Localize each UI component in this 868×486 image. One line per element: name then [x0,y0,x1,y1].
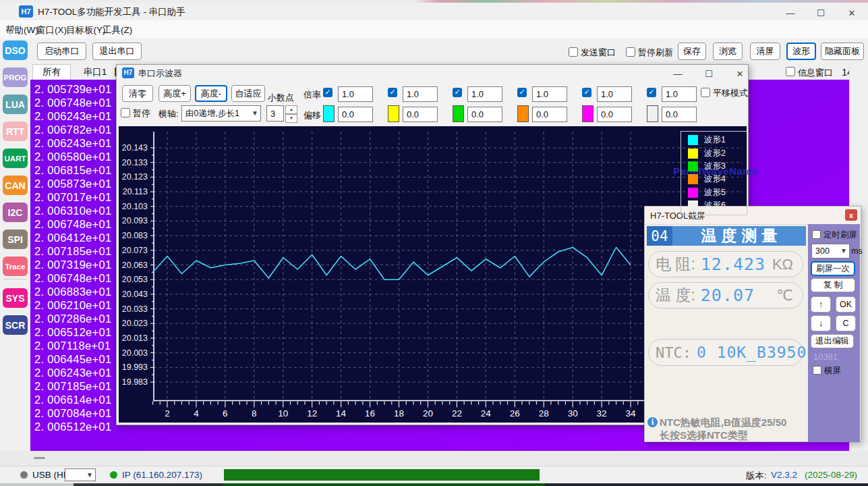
channel-2-offset-input[interactable]: 0.0 [403,107,438,122]
channel-6-enable-checkbox[interactable] [647,88,656,97]
spin-up-icon[interactable]: ▲ [285,105,297,114]
svg-text:20.123: 20.123 [122,172,148,182]
sidebar-item-sys[interactable]: SYS [3,288,28,308]
send-window-checkbox[interactable] [569,47,578,57]
taskbar-edge [0,483,868,486]
pause-refresh-checkbox[interactable] [626,47,635,57]
channel-1-scale-input[interactable]: 1.0 [338,86,373,102]
down-button[interactable]: ↓ [811,315,831,331]
timer-refresh-checkbox[interactable] [812,230,821,239]
svg-text:18: 18 [394,408,404,418]
menu-item-2[interactable]: 窗口(X) [36,24,67,36]
scope-close-button[interactable]: ✕ [728,65,751,82]
svg-text:26: 26 [510,408,520,418]
sidebar-item-i2c[interactable]: I2C [3,202,28,222]
minimize-button[interactable]: — [779,5,802,21]
c-button[interactable]: C [836,315,856,331]
sidebar-item-rtt[interactable]: RTT [3,122,28,141]
channel-2-color-swatch[interactable] [388,105,399,122]
channel-5-scale-input[interactable]: 1.0 [597,86,632,102]
shot-titlebar[interactable]: H7-TOOL截屏 x [645,207,861,225]
up-button[interactable]: ↑ [811,296,831,313]
channel-6-color-swatch[interactable] [647,105,658,122]
channel-1-offset-input[interactable]: 0.0 [338,107,373,122]
channel-5-enable-checkbox[interactable] [582,88,591,97]
waveform-button[interactable]: 波形 [786,43,816,60]
resistance-unit: KΩ [772,256,793,273]
channel-2-scale-input[interactable]: 1.0 [403,86,438,102]
svg-text:20.093: 20.093 [122,216,148,225]
svg-text:8: 8 [252,408,257,418]
channel-1-color-swatch[interactable] [323,105,335,122]
channel-4-scale-input[interactable]: 1.0 [532,86,567,102]
save-button[interactable]: 保存 [678,43,706,60]
landscape-checkbox[interactable] [813,366,821,375]
menu-item-1[interactable]: 帮助(W) [5,24,38,36]
channel-1-enable-checkbox[interactable] [323,88,332,97]
scope-height-plus-button[interactable]: 高度+ [158,85,191,102]
copy-button[interactable]: 复 制 [811,278,855,292]
maximize-button[interactable]: ☐ [809,5,832,21]
ok-button[interactable]: OK [836,296,856,313]
svg-text:34: 34 [626,408,637,418]
channel-3-color-swatch[interactable] [453,105,464,122]
svg-text:2: 2 [165,408,170,418]
scope-clear-zero-button[interactable]: 清零 [122,85,153,102]
legend-label-2: 波形2 [704,148,726,159]
start-serial-button[interactable]: 启动串口 [37,43,86,60]
channel-6-scale-input[interactable]: 1.0 [662,86,697,102]
ntc-value: 0 10K_B3950 [697,344,807,361]
channel-2-enable-checkbox[interactable] [388,88,397,97]
tab-all[interactable]: 所有 [32,64,71,80]
sidebar-item-spi[interactable]: SPI [3,230,28,249]
info-window-checkbox[interactable] [786,67,795,76]
scope-auto-fit-button[interactable]: 自适应 [231,85,265,102]
scope-minimize-button[interactable]: — [666,65,689,82]
scope-titlebar[interactable]: H7 串口示波器 — ☐ ✕ [117,65,748,82]
scope-height-minus-button[interactable]: 高度- [195,85,227,102]
offset-label: 偏移 [303,109,321,122]
svg-text:28: 28 [539,408,549,418]
clear-screen-button[interactable]: 清屏 [750,43,780,60]
sidebar-item-lua[interactable]: LUA [3,94,28,114]
sidebar-item-scr[interactable]: SCR [3,315,28,335]
decimal-input[interactable]: 3 [266,105,284,122]
channel-4-offset-input[interactable]: 0.0 [532,107,567,122]
temperature-value: 20.07 [701,286,755,305]
sidebar-item-trace[interactable]: Trace [3,256,28,276]
channel-4-enable-checkbox[interactable] [517,88,527,97]
channel-4-color-swatch[interactable] [517,105,529,122]
pan-mode-checkbox[interactable] [701,88,710,97]
scope-maximize-button[interactable]: ☐ [697,65,720,82]
menu-item-3[interactable]: 目标板(Y) [66,24,106,36]
channel-5-offset-input[interactable]: 0.0 [597,107,632,122]
spin-down-icon[interactable]: ▼ [285,114,297,123]
sidebar-item-dso[interactable]: DSO [3,40,28,60]
refresh-once-button[interactable]: 刷屏一次 [811,261,855,276]
splitter[interactable] [0,451,868,466]
channel-3-scale-input[interactable]: 1.0 [467,86,502,102]
svg-text:20.043: 20.043 [122,290,148,299]
splitter-handle-icon[interactable] [34,457,45,459]
menu-item-4[interactable]: 工具(Z) [103,24,132,36]
sidebar-item-prog[interactable]: PROG [3,68,28,87]
pan-mode-label: 平移模式 [713,87,748,99]
browse-button[interactable]: 浏览 [713,43,743,60]
hide-panel-button[interactable]: 隐藏面板 [821,43,864,60]
close-button[interactable]: ✕ [840,5,863,21]
channel-3-offset-input[interactable]: 0.0 [467,107,502,122]
exit-serial-button[interactable]: 退出串口 [92,43,142,60]
measure-title: 温度测量 [672,226,806,246]
exit-edit-button[interactable]: 退出编辑 [811,334,854,348]
sidebar-item-can[interactable]: CAN [3,176,28,195]
haxis-combo[interactable]: 由0递增,步长1 ▼ [181,105,261,122]
shot-close-button[interactable]: x [845,209,857,221]
sidebar-item-uart[interactable]: UART [3,148,28,168]
statusbar-combo[interactable]: ▼ [65,468,96,481]
channel-3-enable-checkbox[interactable] [453,88,462,97]
channel-5-color-swatch[interactable] [582,105,594,122]
channel-6-offset-input[interactable]: 0.0 [662,107,697,122]
legend-swatch-6 [688,200,698,211]
interval-combo[interactable]: 300 ▼ [811,244,850,259]
scope-pause-checkbox[interactable] [121,108,130,117]
